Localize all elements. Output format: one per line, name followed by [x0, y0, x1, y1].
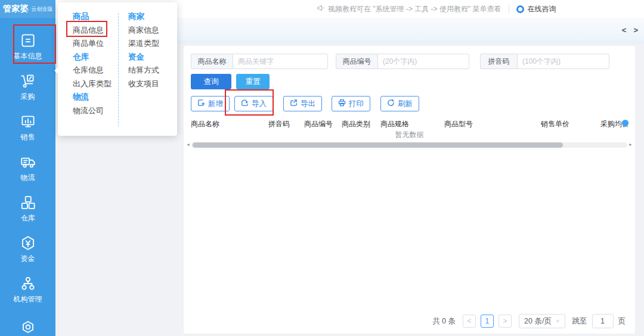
horizontal-scrollbar: ◄ ►	[186, 141, 633, 148]
pinyin-code-input[interactable]	[517, 54, 609, 69]
sidebar-item-label: 资金	[21, 255, 35, 262]
brand-name: 管家婆	[3, 4, 29, 14]
refresh-icon	[387, 99, 395, 108]
menu-item-product-info[interactable]: 商品信息	[73, 24, 112, 38]
add-button-label: 新增	[208, 99, 223, 109]
sidebar-item-purchase[interactable]: 采购	[0, 66, 55, 106]
gear-icon	[19, 319, 37, 336]
pinyin-code-label: 拼音码	[480, 54, 517, 69]
menu-group-product[interactable]: 商品	[73, 10, 112, 24]
query-button[interactable]: 查询	[191, 74, 231, 89]
page-size-select[interactable]: 20 条/页 ∨	[519, 314, 565, 328]
pinyin-code-field-group: 拼音码	[480, 54, 609, 69]
product-code-input[interactable]	[377, 54, 469, 69]
megaphone-icon	[317, 4, 324, 14]
import-button[interactable]: 导入	[234, 96, 273, 111]
menu-item-inout-type[interactable]: 出入库类型	[73, 77, 112, 91]
product-info-panel: 商品名称 商品编号 拼音码 查询 重置	[184, 46, 635, 334]
help-circle-icon[interactable]	[622, 120, 628, 126]
jump-unit: 页	[618, 316, 626, 326]
col-product-code: 商品编号	[304, 119, 333, 129]
basic-info-icon	[19, 32, 37, 49]
sidebar-item-label: 机构管理	[14, 295, 42, 303]
sidebar-item-sales[interactable]: 销售	[0, 106, 55, 147]
topbar-divider	[509, 5, 509, 13]
menu-item-logistics-co[interactable]: 物流公司	[73, 104, 112, 118]
actions-row: 查询 重置	[191, 74, 270, 89]
menu-item-income-expense[interactable]: 收支项目	[128, 77, 159, 91]
sidebar-item-basic-info[interactable]: 基本信息	[0, 25, 55, 66]
menu-group-funds[interactable]: 资金	[128, 51, 159, 64]
table-header-row: 商品名称 拼音码 商品编号 商品类别 商品规格 商品型号 销售单价 采购均价	[184, 117, 635, 131]
scroll-left-icon[interactable]: ◄	[186, 141, 190, 148]
online-service-link[interactable]: 在线咨询	[516, 4, 556, 14]
refresh-button[interactable]: 刷新	[380, 96, 419, 111]
add-icon	[197, 99, 205, 108]
empty-placeholder: 暂无数据	[184, 130, 635, 140]
sidebar-item-label: 销售	[21, 133, 35, 141]
sidebar-item-label: 物流	[21, 174, 35, 181]
print-icon	[338, 99, 346, 108]
col-sale-price: 销售单价	[541, 119, 569, 129]
next-page-button[interactable]: >	[499, 315, 512, 328]
sales-monitor-icon	[19, 113, 37, 130]
menu-group-logistics[interactable]: 物流	[73, 91, 112, 104]
menu-item-settle-method[interactable]: 结算方式	[128, 64, 159, 77]
reset-button[interactable]: 重置	[236, 74, 270, 89]
menu-item-merchant-info[interactable]: 商家信息	[128, 24, 159, 38]
product-code-field-group: 商品编号	[336, 54, 469, 69]
app-root: 管家婆 云创业版 基本信息 采购	[0, 0, 644, 336]
sidebar-item-label: 仓库	[21, 214, 35, 222]
prev-page-button[interactable]: <	[463, 315, 476, 328]
scrollbar-thumb[interactable]	[193, 142, 563, 148]
sidebar: 管家婆 云创业版 基本信息 采购	[0, 0, 55, 336]
app-logo: 管家婆 云创业版	[0, 0, 55, 18]
menu-item-warehouse-info[interactable]: 仓库信息	[73, 64, 112, 77]
import-icon	[241, 99, 249, 108]
total-count: 共 0 条	[432, 316, 456, 326]
sidebar-item-logistics[interactable]: 物流	[0, 147, 55, 187]
menu-group-warehouse[interactable]: 仓库	[73, 51, 112, 64]
product-name-label: 商品名称	[191, 54, 233, 69]
current-page[interactable]: 1	[481, 315, 494, 328]
scrollbar-track[interactable]	[191, 142, 627, 148]
jump-page-input[interactable]	[592, 314, 614, 328]
sidebar-item-warehouse[interactable]: 仓库	[0, 187, 55, 228]
warehouse-boxes-icon	[19, 194, 37, 211]
import-button-label: 导入	[252, 99, 267, 109]
menu-item-product-unit[interactable]: 商品单位	[73, 37, 112, 51]
logistics-truck-icon	[19, 153, 37, 171]
sidebar-item-funds[interactable]: 资金	[0, 228, 55, 268]
tab-scroll-left-icon[interactable]: <	[622, 26, 627, 35]
product-name-input[interactable]	[233, 54, 328, 69]
sidebar-item-org-management[interactable]: 机构管理	[0, 268, 55, 309]
flyout-column-2: 商家 商家信息 渠道类型 资金 结算方式 收支项目	[128, 10, 159, 91]
jump-label: 跳至	[572, 316, 587, 326]
menu-group-merchant[interactable]: 商家	[128, 10, 159, 24]
scroll-right-icon[interactable]: ►	[628, 141, 633, 148]
menu-item-channel-type[interactable]: 渠道类型	[128, 37, 159, 51]
page-size-value: 20 条/页	[524, 316, 552, 326]
chevron-down-icon: ∨	[556, 319, 560, 323]
tab-scroll-right-icon[interactable]: >	[633, 26, 638, 35]
sidebar-item-settings[interactable]	[0, 309, 55, 336]
funds-yuan-icon	[19, 234, 37, 252]
basic-info-flyout-menu: 商品 商品信息 商品单位 仓库 仓库信息 出入库类型 物流 物流公司 商家 商家…	[58, 2, 177, 136]
col-spec: 商品规格	[380, 119, 409, 129]
flyout-column-1: 商品 商品信息 商品单位 仓库 仓库信息 出入库类型 物流 物流公司	[73, 10, 112, 117]
pagination: 共 0 条 < 1 > 20 条/页 ∨ 跳至 页	[432, 314, 626, 328]
col-model: 商品型号	[444, 119, 473, 129]
print-button-label: 打印	[349, 99, 364, 109]
col-product-name: 商品名称	[191, 119, 219, 129]
sidebar-item-label: 基本信息	[14, 52, 42, 60]
add-button[interactable]: 新增	[191, 96, 230, 111]
col-pinyin-code: 拼音码	[268, 119, 290, 129]
product-name-field-group: 商品名称	[191, 54, 328, 69]
sidebar-item-label: 采购	[21, 93, 35, 100]
export-icon	[290, 99, 298, 108]
org-chart-icon	[19, 275, 37, 293]
online-service-label: 在线咨询	[528, 4, 556, 14]
print-button[interactable]: 打印	[332, 96, 370, 111]
refresh-button-label: 刷新	[398, 99, 413, 109]
export-button[interactable]: 导出	[283, 96, 322, 111]
